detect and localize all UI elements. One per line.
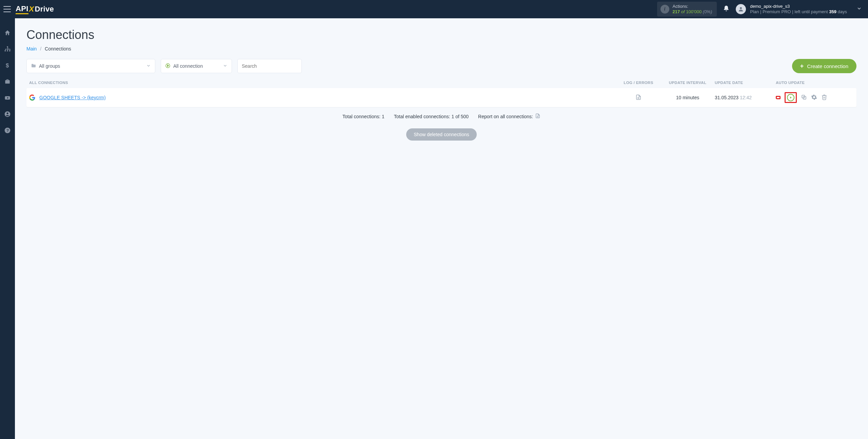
svg-marker-16 [790, 97, 792, 99]
search-box[interactable] [237, 59, 302, 73]
connection-name: GOOGLE SHEETS -> (keycrm) [39, 95, 106, 100]
folder-icon [31, 63, 36, 69]
menu-toggle-button[interactable] [3, 6, 11, 12]
user-plan: Plan | Premium PRO | left until payment … [750, 9, 847, 15]
actions-value: 217 of 100'000 (0%) [673, 9, 712, 15]
auto-update-highlight [776, 96, 781, 99]
logo-drive: Drive [35, 5, 54, 14]
svg-rect-2 [5, 50, 6, 51]
report-icon[interactable] [535, 113, 540, 120]
sidebar-billing-icon[interactable]: $ [4, 62, 11, 69]
play-circle-icon [165, 63, 171, 69]
column-header-name: ALL CONNECTIONS [29, 81, 616, 85]
groups-select-value: All groups [39, 63, 60, 69]
breadcrumb: Main / Connections [26, 46, 856, 51]
summary-report-label: Report on all connections: [478, 114, 533, 119]
table-row: GOOGLE SHEETS -> (keycrm) 10 minutes 31.… [26, 88, 856, 107]
summary-total: Total connections: 1 [342, 114, 384, 119]
main-content: Connections Main / Connections All group… [15, 18, 868, 439]
logo-api: API [16, 4, 28, 14]
svg-marker-13 [167, 65, 169, 66]
svg-point-0 [740, 7, 742, 9]
svg-point-9 [7, 112, 8, 114]
info-icon: i [660, 5, 669, 14]
logo-x: X [29, 5, 34, 14]
status-select[interactable]: All connection [161, 59, 232, 73]
delete-icon[interactable] [821, 94, 827, 101]
create-connection-button[interactable]: + Create connection [792, 59, 856, 73]
page-title: Connections [26, 28, 856, 42]
log-icon[interactable] [635, 96, 642, 101]
status-select-value: All connection [173, 63, 203, 69]
summary-enabled: Total enabled connections: 1 of 500 [394, 114, 469, 119]
run-now-button[interactable] [787, 94, 794, 101]
user-name: demo_apix-drive_s3 [750, 4, 847, 9]
sidebar: $ ? [0, 18, 15, 439]
app-header: APIXDrive i Actions: 217 of 100'000 (0%)… [0, 0, 868, 18]
show-deleted-button[interactable]: Show deleted connections [406, 128, 476, 141]
sidebar-profile-icon[interactable] [4, 110, 11, 118]
chevron-down-icon [146, 63, 151, 69]
column-header-log: LOG / ERRORS [616, 81, 660, 85]
actions-label: Actions: [673, 4, 712, 9]
create-connection-label: Create connection [807, 63, 848, 69]
actions-counter[interactable]: i Actions: 217 of 100'000 (0%) [657, 2, 717, 16]
search-input[interactable] [242, 63, 297, 69]
breadcrumb-main-link[interactable]: Main [26, 46, 37, 51]
column-header-date: UPDATE DATE [715, 81, 776, 85]
user-avatar[interactable] [736, 4, 746, 14]
copy-icon[interactable] [801, 94, 807, 101]
breadcrumb-current: Connections [45, 46, 71, 51]
google-icon [29, 95, 35, 101]
svg-rect-4 [9, 50, 10, 51]
settings-icon[interactable] [811, 94, 817, 101]
user-info[interactable]: demo_apix-drive_s3 Plan | Premium PRO | … [750, 4, 847, 14]
update-date: 31.05.2023 12:42 [715, 95, 776, 100]
plus-icon: + [800, 63, 804, 69]
groups-select[interactable]: All groups [26, 59, 155, 73]
svg-text:$: $ [6, 62, 9, 69]
connection-link[interactable]: GOOGLE SHEETS -> (keycrm) [29, 95, 616, 101]
run-now-highlight [785, 92, 797, 103]
app-logo[interactable]: APIXDrive [16, 4, 54, 14]
user-menu-chevron-icon[interactable] [856, 6, 862, 13]
sidebar-briefcase-icon[interactable] [4, 78, 11, 85]
column-header-interval: UPDATE INTERVAL [660, 81, 715, 85]
sidebar-home-icon[interactable] [4, 29, 11, 37]
update-interval: 10 minutes [660, 95, 715, 100]
sidebar-connections-icon[interactable] [4, 45, 11, 53]
chevron-down-icon [223, 63, 228, 69]
svg-rect-3 [7, 50, 8, 51]
svg-rect-1 [7, 46, 8, 47]
column-header-auto: AUTO UPDATE [776, 81, 854, 85]
svg-text:?: ? [6, 128, 9, 132]
sidebar-video-icon[interactable] [4, 94, 11, 102]
notifications-icon[interactable] [723, 5, 730, 13]
sidebar-help-icon[interactable]: ? [4, 127, 11, 134]
